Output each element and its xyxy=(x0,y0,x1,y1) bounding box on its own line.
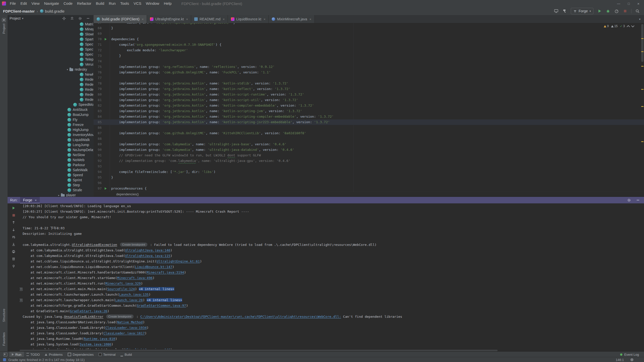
code-line[interactable]: 96 xyxy=(94,180,644,186)
tool-window-button-terminal[interactable]: Terminal xyxy=(96,352,118,357)
warning-stripe-mark[interactable] xyxy=(641,106,643,107)
close-icon[interactable]: × xyxy=(35,198,37,202)
stack-link[interactable]: SourceFile:124 xyxy=(107,287,135,291)
soft-wrap-icon[interactable] xyxy=(11,235,16,240)
screen-share-icon[interactable] xyxy=(554,9,559,14)
code-line[interactable]: 75 implementation group: 'org.reflection… xyxy=(94,64,644,70)
maximize-icon[interactable]: □ xyxy=(628,2,630,6)
warning-stripe-mark[interactable] xyxy=(641,89,643,90)
search-everywhere-icon[interactable] xyxy=(635,9,640,14)
project-tree-item[interactable]: SpectreBHop xyxy=(8,42,93,47)
menu-vcs[interactable]: VCS xyxy=(131,0,144,7)
stack-link[interactable]: Launch.java:135 xyxy=(119,293,149,296)
project-tree-item[interactable]: SpeedMode xyxy=(8,102,93,107)
project-tree-item[interactable]: ▸player xyxy=(8,193,93,197)
weak-warnings-count[interactable]: 15 xyxy=(611,24,618,28)
breadcrumb-project[interactable]: FDPClient-master xyxy=(3,9,35,13)
editor-tab[interactable]: LiquidBounce.kt× xyxy=(228,15,269,23)
menu-build[interactable]: Build xyxy=(94,0,106,7)
run-button[interactable] xyxy=(597,9,602,14)
pin-icon[interactable] xyxy=(11,264,16,269)
inspections-widget[interactable]: 9 15 ✓ 3 xyxy=(604,24,634,28)
code-line[interactable]: 90 implementation group: 'com.labymedia'… xyxy=(94,147,644,153)
stack-link[interactable]: Launch.java:28 xyxy=(115,298,143,302)
project-tree-item[interactable]: MineplexHop xyxy=(8,27,93,32)
project-tree-item[interactable]: HighJump xyxy=(8,127,93,132)
warning-stripe-mark[interactable] xyxy=(641,141,643,142)
stack-link[interactable]: Minecraft.java:496 xyxy=(117,276,153,280)
project-tree-item[interactable]: RedeSkyHop xyxy=(8,82,93,87)
project-tree-item[interactable]: InventoryMove xyxy=(8,132,93,137)
stack-link[interactable]: Minecraft.java:3194 xyxy=(147,270,184,274)
scroll-to-end-icon[interactable] xyxy=(11,242,16,247)
project-tree-item[interactable]: Speed xyxy=(8,172,93,177)
stack-link[interactable]: UltralightJava.java:115 xyxy=(125,254,170,258)
exception-class-link[interactable]: UnsatisfiedLinkError xyxy=(64,315,103,319)
run-tab-forge[interactable]: Forge × xyxy=(20,197,40,203)
project-tree-item[interactable]: Fly xyxy=(8,117,93,122)
menu-run[interactable]: Run xyxy=(106,0,118,7)
project-tree-item[interactable]: RedeSkyGroun xyxy=(8,77,93,82)
code-line[interactable]: 69 xyxy=(94,31,644,36)
editor-tab[interactable]: UltralightEngine.kt× xyxy=(147,15,191,23)
menu-edit[interactable]: Edit xyxy=(18,0,29,7)
project-tree-item[interactable]: AntiStuck xyxy=(8,107,93,112)
code-line[interactable]: 73 } xyxy=(94,53,644,59)
project-tree-item[interactable]: NoJumpDelay xyxy=(8,147,93,152)
caret-position[interactable]: 146:1 xyxy=(616,358,624,362)
create-breakpoint-chip[interactable]: Create breakpoint xyxy=(106,314,134,319)
debug-button[interactable] xyxy=(606,9,611,14)
tool-window-button-todo[interactable]: TODO xyxy=(24,352,42,357)
close-tab-icon[interactable]: × xyxy=(142,17,144,21)
locate-file-icon[interactable] xyxy=(61,16,66,21)
code-line[interactable]: 89 implementation group: 'com.labymedia'… xyxy=(94,142,644,147)
stack-link[interactable]: System.java:1086 xyxy=(80,342,111,346)
tool-window-button-structure[interactable]: Structure xyxy=(0,309,8,322)
chevron-down-icon[interactable]: ▾ xyxy=(639,18,640,21)
code-line[interactable]: 92 // implementation group: 'com.labymed… xyxy=(94,158,644,164)
code-line[interactable]: 67 maven { url = 'https://repo.spongepow… xyxy=(94,23,644,25)
code-line[interactable]: 82 implementation group: 'org.jetbrains.… xyxy=(94,103,644,108)
project-tree-item[interactable]: TeleportCubeC xyxy=(8,57,93,62)
tool-window-button-problems[interactable]: Problems xyxy=(42,352,65,357)
close-tab-icon[interactable]: × xyxy=(264,17,266,21)
stop-button[interactable] xyxy=(623,9,628,14)
menu-navigate[interactable]: Navigate xyxy=(42,0,61,7)
project-tree-item[interactable]: Sprint xyxy=(8,177,93,183)
editor-tab[interactable]: README.md× xyxy=(191,15,228,23)
close-tab-icon[interactable]: × xyxy=(186,17,188,21)
code-line[interactable]: 85 implementation group: 'org.jetbrains.… xyxy=(94,119,644,125)
run-line-icon[interactable] xyxy=(105,187,107,190)
build-hammer-icon[interactable] xyxy=(562,9,567,14)
tool-windows-icon[interactable] xyxy=(4,353,7,356)
stack-link[interactable]: GradleStart.java:26 xyxy=(70,309,107,313)
tool-window-button-favorites[interactable]: Favorites xyxy=(0,332,8,346)
tool-window-button-dependencies[interactable]: Dependencies xyxy=(65,352,96,357)
editor-tab[interactable]: build.gradle (FDPClient)× xyxy=(94,15,147,23)
code-line[interactable]: 97processResources { xyxy=(94,186,644,191)
code-line[interactable]: 86 xyxy=(94,125,644,130)
code-line[interactable]: 77 xyxy=(94,75,644,81)
event-log-button[interactable]: Event Log xyxy=(620,353,644,356)
project-tree-item[interactable]: NoSlow xyxy=(8,152,93,157)
tool-window-button-project[interactable]: Project xyxy=(0,18,8,34)
stack-link[interactable]: LiquidBounce.kt:147 xyxy=(135,265,172,269)
menu-help[interactable]: Help xyxy=(162,0,174,7)
clear-all-icon[interactable] xyxy=(11,256,16,261)
tree-collapsed-icon[interactable]: ▸ xyxy=(57,194,61,197)
editor-tab[interactable]: MixinMinecraft.java× xyxy=(269,15,314,23)
up-stack-trace-icon[interactable] xyxy=(11,220,16,225)
code-line[interactable]: 76 implementation group: 'com.github.Unl… xyxy=(94,70,644,75)
exception-class-link[interactable]: UltralightLoadException xyxy=(72,243,117,247)
code-line[interactable]: 95} xyxy=(94,175,644,180)
stack-link[interactable]: Minecraft.java:329 xyxy=(105,282,141,285)
code-line[interactable]: 78 implementation group: 'org.jetbrains.… xyxy=(94,81,644,86)
folded-lines-badge[interactable]: <4 internal lines> xyxy=(147,298,182,302)
project-panel-title[interactable]: Project xyxy=(10,16,21,20)
project-tree-item[interactable]: BoatJump xyxy=(8,112,93,117)
code-line[interactable]: 93 xyxy=(94,164,644,169)
code-line[interactable]: 72 exclude module: 'launchwrapper' xyxy=(94,48,644,53)
code-line[interactable]: 83 implementation group: 'org.jetbrains.… xyxy=(94,108,644,114)
code-line[interactable]: 88 xyxy=(94,136,644,142)
expand-fold-icon[interactable]: + xyxy=(20,299,23,302)
